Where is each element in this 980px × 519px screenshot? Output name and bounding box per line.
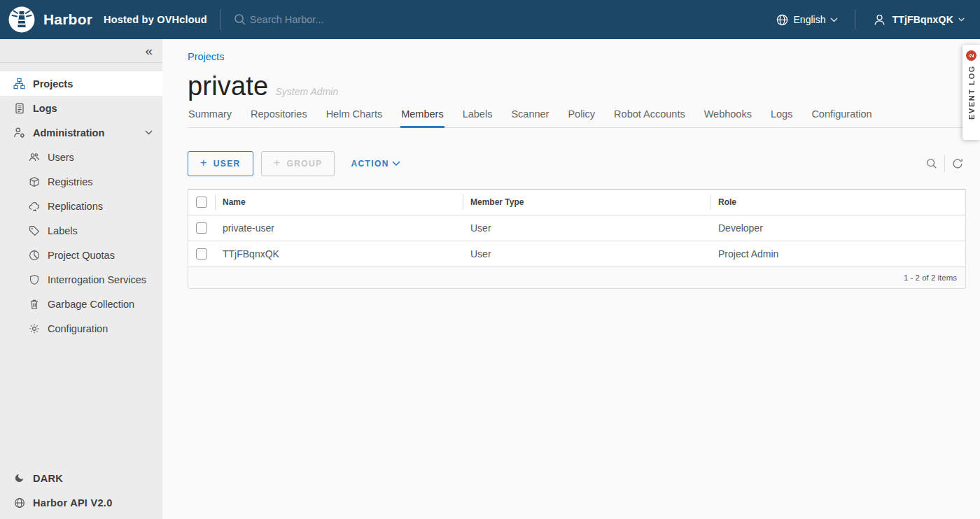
cloud-replication-icon — [29, 201, 40, 212]
trash-icon — [29, 299, 40, 310]
sidebar-item-logs[interactable]: Logs — [0, 96, 162, 120]
sidebar-item-label: Garbage Collection — [48, 299, 134, 310]
globe-icon — [776, 13, 789, 27]
sidebar-item-configuration[interactable]: Configuration — [0, 316, 162, 341]
hosted-by-label: Hosted by OVHcloud — [104, 14, 207, 25]
tab-labels[interactable]: Labels — [462, 108, 493, 128]
add-user-label: USER — [214, 159, 241, 169]
navbar-divider — [855, 9, 855, 30]
action-dropdown-button[interactable]: ACTION — [351, 159, 400, 169]
harbor-logo-icon — [8, 6, 35, 33]
harbor-api-label: Harbor API V2.0 — [33, 497, 113, 509]
add-user-button[interactable]: + USER — [188, 151, 253, 176]
sidebar-item-label: Projects — [33, 78, 73, 90]
sidebar-item-label: Labels — [48, 225, 78, 236]
member-role: Project Admin — [710, 248, 965, 260]
shield-icon — [29, 274, 40, 285]
tag-icon — [29, 225, 40, 236]
filter-search-icon[interactable] — [923, 155, 940, 172]
sidebar-item-labels[interactable]: Labels — [0, 218, 162, 243]
language-label: English — [794, 14, 826, 25]
sidebar-collapse-row: « — [0, 39, 162, 63]
sidebar-item-label: Users — [48, 152, 74, 163]
sidebar-item-registries[interactable]: Registries — [0, 169, 162, 194]
sidebar-item-label: Project Quotas — [48, 250, 115, 261]
user-icon — [872, 13, 887, 27]
global-search[interactable] — [233, 13, 404, 27]
sidebar-item-garbage-collection[interactable]: Garbage Collection — [0, 292, 162, 316]
toolbar-divider — [944, 155, 945, 172]
column-header-name: Name — [215, 190, 463, 215]
tab-helm-charts[interactable]: Helm Charts — [326, 108, 384, 128]
sidebar-item-administration[interactable]: Administration — [0, 120, 162, 145]
api-globe-icon — [13, 497, 25, 509]
brand-title[interactable]: Harbor — [43, 11, 92, 28]
member-name: private-user — [215, 222, 463, 234]
dark-mode-label: DARK — [33, 473, 63, 484]
tab-summary[interactable]: Summary — [188, 108, 232, 128]
row-checkbox[interactable] — [196, 248, 207, 260]
table-row[interactable]: private-user User Developer — [188, 215, 965, 241]
document-icon — [13, 102, 25, 114]
members-toolbar: + USER + GROUP ACTION — [188, 151, 966, 176]
chevron-down-icon[interactable] — [145, 130, 153, 135]
column-header-role: Role — [710, 190, 965, 215]
event-log-tab[interactable]: 2 EVENT LOG — [962, 45, 980, 140]
top-navbar: Harbor Hosted by OVHcloud English — [0, 0, 980, 39]
sidebar-item-projects[interactable]: Projects — [0, 71, 162, 96]
table-row[interactable]: TTjFBqnxQK User Project Admin — [188, 241, 965, 266]
tab-configuration[interactable]: Configuration — [811, 108, 872, 128]
tab-members[interactable]: Members — [400, 108, 444, 128]
event-log-label: EVENT LOG — [967, 65, 976, 120]
main-content: Projects private System Admin Summary Re… — [162, 39, 980, 519]
search-input[interactable] — [250, 14, 404, 25]
select-all-checkbox[interactable] — [196, 197, 207, 208]
refresh-icon[interactable] — [949, 155, 966, 172]
breadcrumb-projects-link[interactable]: Projects — [188, 51, 224, 62]
column-header-member-type: Member Type — [463, 190, 710, 215]
member-type: User — [463, 248, 710, 260]
member-name: TTjFBqnxQK — [215, 248, 463, 260]
user-menu[interactable]: TTjFBqnxQK — [872, 13, 965, 27]
tab-scanner[interactable]: Scanner — [510, 108, 550, 128]
tab-webhooks[interactable]: Webhooks — [704, 108, 752, 128]
dark-mode-toggle[interactable]: DARK — [0, 466, 162, 490]
search-icon — [233, 13, 247, 27]
sidebar-item-label: Configuration — [48, 323, 108, 334]
project-role-badge: System Admin — [275, 86, 338, 97]
members-table: Name Member Type Role private-user User … — [188, 189, 966, 289]
tab-repositories[interactable]: Repositories — [250, 108, 308, 128]
sidebar-item-label: Registries — [48, 176, 92, 187]
chevron-down-icon — [958, 17, 965, 22]
project-tabs: Summary Repositories Helm Charts Members… — [188, 108, 966, 128]
sidebar-item-project-quotas[interactable]: Project Quotas — [0, 243, 162, 267]
username-label: TTjFBqnxQK — [892, 14, 953, 25]
cube-icon — [29, 176, 40, 187]
quota-pie-icon — [29, 250, 40, 261]
pagination-summary: 1 - 2 of 2 items — [904, 273, 957, 282]
collapse-sidebar-icon[interactable]: « — [145, 44, 153, 57]
tab-logs[interactable]: Logs — [770, 108, 793, 128]
table-footer: 1 - 2 of 2 items — [188, 266, 965, 288]
event-log-count-badge: 2 — [966, 50, 976, 61]
member-type: User — [463, 222, 710, 234]
sidebar-item-label: Interrogation Services — [48, 274, 146, 285]
plus-icon: + — [274, 157, 281, 169]
action-label: ACTION — [351, 159, 388, 169]
language-menu[interactable]: English — [776, 13, 839, 27]
chevron-down-icon — [392, 161, 400, 166]
page-title: private — [188, 71, 268, 101]
gear-icon — [29, 323, 40, 334]
sidebar-item-label: Logs — [33, 103, 57, 114]
sidebar-item-harbor-api[interactable]: Harbor API V2.0 — [0, 490, 162, 515]
sidebar-item-users[interactable]: Users — [0, 145, 162, 169]
sidebar-item-interrogation-services[interactable]: Interrogation Services — [0, 267, 162, 292]
sidebar-item-replications[interactable]: Replications — [0, 194, 162, 218]
users-icon — [29, 152, 40, 163]
add-group-button[interactable]: + GROUP — [261, 151, 335, 176]
tab-robot-accounts[interactable]: Robot Accounts — [613, 108, 686, 128]
sidebar: « Projects Logs — [0, 39, 162, 519]
tab-policy[interactable]: Policy — [567, 108, 596, 128]
moon-icon — [13, 472, 25, 484]
row-checkbox[interactable] — [196, 222, 207, 234]
